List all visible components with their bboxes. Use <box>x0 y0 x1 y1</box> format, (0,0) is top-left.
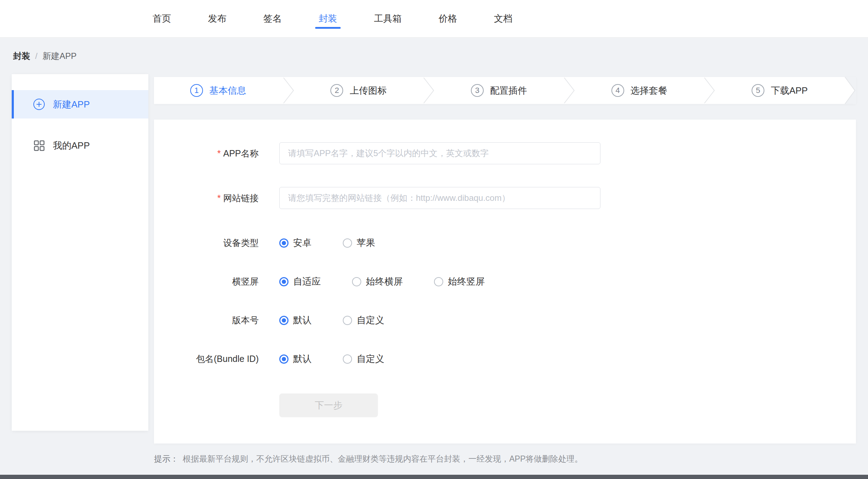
device-type-label: 设备类型 <box>154 237 259 249</box>
breadcrumb-section[interactable]: 封装 <box>13 50 30 62</box>
app-name-input[interactable] <box>279 142 600 164</box>
required-mark: * <box>217 148 221 158</box>
form-row-site-url: *网站链接 <box>154 187 856 209</box>
basic-info-form: *APP名称 *网站链接 设备类型 <box>154 120 856 444</box>
site-url-label: *网站链接 <box>154 192 259 204</box>
steps-bar: 1 基本信息 2 上传图标 3 配置插件 <box>154 77 856 104</box>
nav-item-toolbox[interactable]: 工具箱 <box>374 0 402 37</box>
form-row-orientation: 横竖屏 自适应 始终横屏 始终竖屏 <box>154 275 856 288</box>
breadcrumb: 封装 / 新建APP <box>12 38 856 74</box>
nav-item-publish[interactable]: 发布 <box>208 0 226 37</box>
sidebar-item-label: 新建APP <box>53 98 90 111</box>
step-basic-info: 1 基本信息 <box>154 77 282 104</box>
plus-circle-icon <box>33 98 45 110</box>
required-mark: * <box>217 193 221 203</box>
radio-dot-icon <box>343 354 352 364</box>
radio-portrait[interactable]: 始终竖屏 <box>434 275 485 288</box>
step-separator-icon <box>423 77 435 104</box>
version-radio-group: 默认 自定义 <box>279 314 416 326</box>
sidebar-item-new-app[interactable]: 新建APP <box>12 90 148 119</box>
nav-item-home[interactable]: 首页 <box>153 0 171 37</box>
sidebar: 新建APP 我的APP <box>12 74 148 431</box>
radio-bundle-default[interactable]: 默认 <box>279 353 312 365</box>
device-type-radio-group: 安卓 苹果 <box>279 237 406 249</box>
site-url-input[interactable] <box>279 187 600 209</box>
next-step-button[interactable]: 下一步 <box>279 393 378 417</box>
nav-item-sign[interactable]: 签名 <box>263 0 282 37</box>
nav-item-docs[interactable]: 文档 <box>494 0 512 37</box>
step-separator-icon <box>703 77 715 104</box>
nav-item-price[interactable]: 价格 <box>439 0 457 37</box>
app-name-label: *APP名称 <box>154 148 259 159</box>
radio-dot-icon <box>279 354 289 364</box>
step-separator-icon <box>282 77 295 104</box>
radio-dot-icon <box>343 238 352 248</box>
step-label: 下载APP <box>771 84 808 97</box>
step-number: 3 <box>471 84 484 97</box>
step-configure-plugins: 3 配置插件 <box>435 77 563 104</box>
nav-item-package[interactable]: 封装 <box>319 0 337 37</box>
step-label: 上传图标 <box>350 84 386 97</box>
tip-text: 根据最新平台规则，不允许区块链虚拟币、金融理财类等违规内容在平台封装，一经发现，… <box>183 454 583 463</box>
page-body: 封装 / 新建APP 新建APP 我的APP <box>0 38 868 464</box>
step-select-plan: 4 选择套餐 <box>575 77 704 104</box>
main-area: 1 基本信息 2 上传图标 3 配置插件 <box>154 74 856 464</box>
radio-dot-icon <box>434 277 443 286</box>
radio-ios[interactable]: 苹果 <box>343 237 375 249</box>
breadcrumb-current: 新建APP <box>43 50 77 62</box>
bundle-id-radio-group: 默认 自定义 <box>279 353 416 365</box>
step-separator-icon <box>563 77 575 104</box>
radio-version-custom[interactable]: 自定义 <box>343 314 384 326</box>
step-label: 选择套餐 <box>631 84 668 97</box>
radio-dot-icon <box>279 238 289 248</box>
footer-bar <box>0 475 868 479</box>
form-row-bundle-id: 包名(Bundle ID) 默认 自定义 <box>154 353 856 365</box>
sidebar-item-label: 我的APP <box>53 139 90 152</box>
step-number: 5 <box>752 84 764 97</box>
radio-android[interactable]: 安卓 <box>279 237 312 249</box>
radio-landscape[interactable]: 始终横屏 <box>352 275 403 288</box>
step-label: 基本信息 <box>209 84 246 97</box>
step-download-app: 5 下载APP <box>715 77 844 104</box>
tip-prefix: 提示： <box>154 454 178 463</box>
radio-bundle-custom[interactable]: 自定义 <box>343 353 384 365</box>
radio-dot-icon <box>279 316 289 325</box>
step-label: 配置插件 <box>490 84 527 97</box>
radio-adaptive[interactable]: 自适应 <box>279 275 321 288</box>
orientation-radio-group: 自适应 始终横屏 始终竖屏 <box>279 275 516 288</box>
form-actions: 下一步 <box>154 393 856 417</box>
form-row-device-type: 设备类型 安卓 苹果 <box>154 237 856 249</box>
form-row-app-name: *APP名称 <box>154 142 856 164</box>
bundle-id-label: 包名(Bundle ID) <box>154 353 259 365</box>
step-end-arrow-icon <box>844 77 856 104</box>
form-row-version: 版本号 默认 自定义 <box>154 314 856 326</box>
step-upload-icon: 2 上传图标 <box>295 77 423 104</box>
sidebar-item-my-apps[interactable]: 我的APP <box>12 131 148 160</box>
breadcrumb-separator: / <box>35 51 38 61</box>
step-number: 4 <box>611 84 624 97</box>
radio-dot-icon <box>352 277 361 286</box>
step-number: 1 <box>190 84 203 97</box>
radio-dot-icon <box>343 316 352 325</box>
orientation-label: 横竖屏 <box>154 276 259 287</box>
radio-dot-icon <box>279 277 289 286</box>
radio-version-default[interactable]: 默认 <box>279 314 312 326</box>
top-navigation: 首页 发布 签名 封装 工具箱 价格 文档 <box>0 0 868 38</box>
version-label: 版本号 <box>154 314 259 326</box>
step-number: 2 <box>330 84 343 97</box>
platform-rule-tip: 提示：根据最新平台规则，不允许区块链虚拟币、金融理财类等违规内容在平台封装，一经… <box>154 453 856 464</box>
grid-icon <box>33 139 45 152</box>
